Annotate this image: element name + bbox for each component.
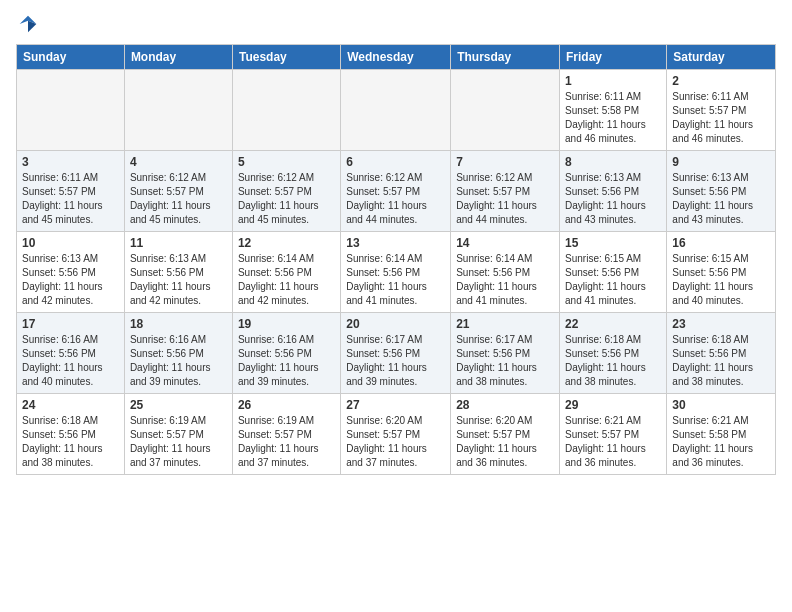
calendar-day-cell: 10Sunrise: 6:13 AM Sunset: 5:56 PM Dayli…: [17, 232, 125, 313]
calendar-day-cell: 30Sunrise: 6:21 AM Sunset: 5:58 PM Dayli…: [667, 394, 776, 475]
page: SundayMondayTuesdayWednesdayThursdayFrid…: [0, 0, 792, 491]
day-info: Sunrise: 6:11 AM Sunset: 5:58 PM Dayligh…: [565, 90, 661, 146]
calendar-day-cell: [341, 70, 451, 151]
day-info: Sunrise: 6:15 AM Sunset: 5:56 PM Dayligh…: [565, 252, 661, 308]
calendar-day-cell: [232, 70, 340, 151]
day-info: Sunrise: 6:18 AM Sunset: 5:56 PM Dayligh…: [22, 414, 119, 470]
day-number: 8: [565, 155, 661, 169]
calendar-day-cell: 18Sunrise: 6:16 AM Sunset: 5:56 PM Dayli…: [124, 313, 232, 394]
day-number: 30: [672, 398, 770, 412]
calendar-day-cell: 26Sunrise: 6:19 AM Sunset: 5:57 PM Dayli…: [232, 394, 340, 475]
day-number: 2: [672, 74, 770, 88]
calendar-day-cell: 28Sunrise: 6:20 AM Sunset: 5:57 PM Dayli…: [451, 394, 560, 475]
calendar-day-cell: 1Sunrise: 6:11 AM Sunset: 5:58 PM Daylig…: [560, 70, 667, 151]
day-info: Sunrise: 6:20 AM Sunset: 5:57 PM Dayligh…: [456, 414, 554, 470]
day-number: 28: [456, 398, 554, 412]
calendar-day-cell: 14Sunrise: 6:14 AM Sunset: 5:56 PM Dayli…: [451, 232, 560, 313]
day-number: 15: [565, 236, 661, 250]
calendar-day-cell: 5Sunrise: 6:12 AM Sunset: 5:57 PM Daylig…: [232, 151, 340, 232]
day-info: Sunrise: 6:19 AM Sunset: 5:57 PM Dayligh…: [130, 414, 227, 470]
calendar-header-row: SundayMondayTuesdayWednesdayThursdayFrid…: [17, 45, 776, 70]
day-info: Sunrise: 6:15 AM Sunset: 5:56 PM Dayligh…: [672, 252, 770, 308]
day-number: 16: [672, 236, 770, 250]
calendar-day-cell: 4Sunrise: 6:12 AM Sunset: 5:57 PM Daylig…: [124, 151, 232, 232]
day-number: 11: [130, 236, 227, 250]
svg-marker-1: [28, 21, 36, 33]
day-number: 5: [238, 155, 335, 169]
calendar-day-cell: [124, 70, 232, 151]
day-number: 25: [130, 398, 227, 412]
day-number: 27: [346, 398, 445, 412]
day-info: Sunrise: 6:16 AM Sunset: 5:56 PM Dayligh…: [130, 333, 227, 389]
day-info: Sunrise: 6:12 AM Sunset: 5:57 PM Dayligh…: [130, 171, 227, 227]
day-number: 4: [130, 155, 227, 169]
logo: [16, 16, 38, 34]
day-number: 7: [456, 155, 554, 169]
day-info: Sunrise: 6:20 AM Sunset: 5:57 PM Dayligh…: [346, 414, 445, 470]
day-number: 1: [565, 74, 661, 88]
calendar-day-cell: 8Sunrise: 6:13 AM Sunset: 5:56 PM Daylig…: [560, 151, 667, 232]
day-info: Sunrise: 6:21 AM Sunset: 5:57 PM Dayligh…: [565, 414, 661, 470]
calendar-day-cell: 27Sunrise: 6:20 AM Sunset: 5:57 PM Dayli…: [341, 394, 451, 475]
calendar-day-cell: 29Sunrise: 6:21 AM Sunset: 5:57 PM Dayli…: [560, 394, 667, 475]
calendar-day-cell: 9Sunrise: 6:13 AM Sunset: 5:56 PM Daylig…: [667, 151, 776, 232]
day-info: Sunrise: 6:13 AM Sunset: 5:56 PM Dayligh…: [672, 171, 770, 227]
day-info: Sunrise: 6:18 AM Sunset: 5:56 PM Dayligh…: [565, 333, 661, 389]
calendar-day-cell: 13Sunrise: 6:14 AM Sunset: 5:56 PM Dayli…: [341, 232, 451, 313]
day-number: 10: [22, 236, 119, 250]
weekday-header-friday: Friday: [560, 45, 667, 70]
calendar-day-cell: 15Sunrise: 6:15 AM Sunset: 5:56 PM Dayli…: [560, 232, 667, 313]
calendar-day-cell: 23Sunrise: 6:18 AM Sunset: 5:56 PM Dayli…: [667, 313, 776, 394]
day-number: 21: [456, 317, 554, 331]
header: [16, 16, 776, 34]
calendar-table: SundayMondayTuesdayWednesdayThursdayFrid…: [16, 44, 776, 475]
day-number: 26: [238, 398, 335, 412]
day-info: Sunrise: 6:11 AM Sunset: 5:57 PM Dayligh…: [22, 171, 119, 227]
calendar-day-cell: 2Sunrise: 6:11 AM Sunset: 5:57 PM Daylig…: [667, 70, 776, 151]
calendar-day-cell: 11Sunrise: 6:13 AM Sunset: 5:56 PM Dayli…: [124, 232, 232, 313]
day-info: Sunrise: 6:16 AM Sunset: 5:56 PM Dayligh…: [22, 333, 119, 389]
day-info: Sunrise: 6:13 AM Sunset: 5:56 PM Dayligh…: [130, 252, 227, 308]
day-info: Sunrise: 6:13 AM Sunset: 5:56 PM Dayligh…: [22, 252, 119, 308]
day-number: 3: [22, 155, 119, 169]
day-number: 24: [22, 398, 119, 412]
calendar-day-cell: 21Sunrise: 6:17 AM Sunset: 5:56 PM Dayli…: [451, 313, 560, 394]
calendar-day-cell: 20Sunrise: 6:17 AM Sunset: 5:56 PM Dayli…: [341, 313, 451, 394]
calendar-day-cell: 22Sunrise: 6:18 AM Sunset: 5:56 PM Dayli…: [560, 313, 667, 394]
day-info: Sunrise: 6:21 AM Sunset: 5:58 PM Dayligh…: [672, 414, 770, 470]
day-number: 17: [22, 317, 119, 331]
day-info: Sunrise: 6:18 AM Sunset: 5:56 PM Dayligh…: [672, 333, 770, 389]
calendar-day-cell: 6Sunrise: 6:12 AM Sunset: 5:57 PM Daylig…: [341, 151, 451, 232]
logo-icon: [18, 14, 38, 34]
day-number: 9: [672, 155, 770, 169]
calendar-day-cell: [17, 70, 125, 151]
day-number: 6: [346, 155, 445, 169]
calendar-day-cell: 24Sunrise: 6:18 AM Sunset: 5:56 PM Dayli…: [17, 394, 125, 475]
calendar-week-row: 1Sunrise: 6:11 AM Sunset: 5:58 PM Daylig…: [17, 70, 776, 151]
day-info: Sunrise: 6:12 AM Sunset: 5:57 PM Dayligh…: [456, 171, 554, 227]
calendar-day-cell: 3Sunrise: 6:11 AM Sunset: 5:57 PM Daylig…: [17, 151, 125, 232]
day-info: Sunrise: 6:19 AM Sunset: 5:57 PM Dayligh…: [238, 414, 335, 470]
day-number: 22: [565, 317, 661, 331]
calendar-day-cell: 7Sunrise: 6:12 AM Sunset: 5:57 PM Daylig…: [451, 151, 560, 232]
day-number: 20: [346, 317, 445, 331]
day-info: Sunrise: 6:12 AM Sunset: 5:57 PM Dayligh…: [346, 171, 445, 227]
day-info: Sunrise: 6:14 AM Sunset: 5:56 PM Dayligh…: [346, 252, 445, 308]
weekday-header-thursday: Thursday: [451, 45, 560, 70]
weekday-header-saturday: Saturday: [667, 45, 776, 70]
calendar-week-row: 10Sunrise: 6:13 AM Sunset: 5:56 PM Dayli…: [17, 232, 776, 313]
day-info: Sunrise: 6:17 AM Sunset: 5:56 PM Dayligh…: [346, 333, 445, 389]
day-info: Sunrise: 6:11 AM Sunset: 5:57 PM Dayligh…: [672, 90, 770, 146]
calendar-day-cell: 17Sunrise: 6:16 AM Sunset: 5:56 PM Dayli…: [17, 313, 125, 394]
calendar-day-cell: 12Sunrise: 6:14 AM Sunset: 5:56 PM Dayli…: [232, 232, 340, 313]
calendar-week-row: 3Sunrise: 6:11 AM Sunset: 5:57 PM Daylig…: [17, 151, 776, 232]
calendar-day-cell: 25Sunrise: 6:19 AM Sunset: 5:57 PM Dayli…: [124, 394, 232, 475]
day-info: Sunrise: 6:12 AM Sunset: 5:57 PM Dayligh…: [238, 171, 335, 227]
calendar-day-cell: 19Sunrise: 6:16 AM Sunset: 5:56 PM Dayli…: [232, 313, 340, 394]
day-info: Sunrise: 6:17 AM Sunset: 5:56 PM Dayligh…: [456, 333, 554, 389]
weekday-header-tuesday: Tuesday: [232, 45, 340, 70]
day-number: 23: [672, 317, 770, 331]
day-info: Sunrise: 6:16 AM Sunset: 5:56 PM Dayligh…: [238, 333, 335, 389]
day-number: 29: [565, 398, 661, 412]
day-info: Sunrise: 6:14 AM Sunset: 5:56 PM Dayligh…: [238, 252, 335, 308]
